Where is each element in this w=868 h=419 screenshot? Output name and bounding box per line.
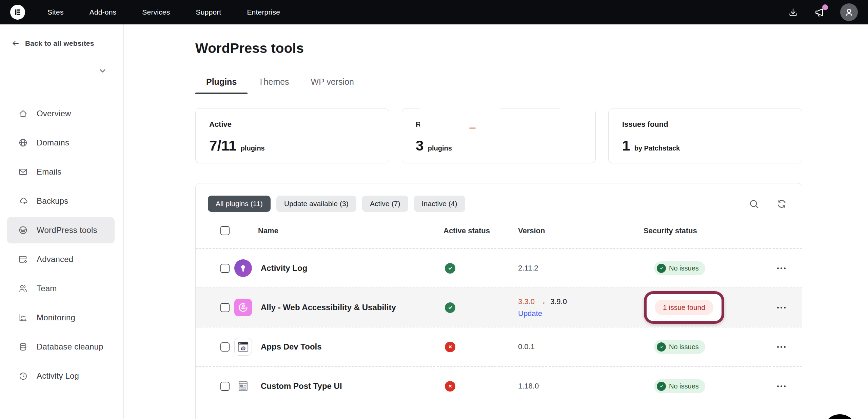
row-checkbox[interactable] [220,303,230,312]
stat-value: 3 [416,138,424,154]
tab-bar: Plugins Themes WP version [195,77,802,94]
topbar: Sites Add-ons Services Support Enterpris… [0,0,868,24]
back-to-all-websites-link[interactable]: Back to all websites [12,39,123,47]
table-row[interactable]: Apps Dev Tools0.0.1No issues [196,327,802,366]
plugin-icon-custom-post-type-ui [234,377,252,395]
mail-icon [18,167,28,177]
main-content: WordPress tools Plugins Themes WP versio… [124,24,868,419]
tab-plugins[interactable]: Plugins [195,77,248,94]
security-badge-no-issues: No issues [654,379,705,393]
server-gear-icon [18,255,28,264]
table-body: Activity Log2.11.2No issuesAlly - Web Ac… [196,248,802,405]
announcements-icon[interactable] [814,6,825,18]
tab-themes[interactable]: Themes [248,77,300,94]
tab-wp-version[interactable]: WP version [300,77,365,94]
nav-support[interactable]: Support [196,8,221,16]
security-badge-no-issues: No issues [654,261,705,275]
sidebar-item-backups[interactable]: Backups [7,188,115,214]
nav-enterprise[interactable]: Enterprise [247,8,280,16]
search-icon[interactable] [748,198,760,210]
column-security-status: Security status [644,226,761,235]
chevron-down-icon [98,66,107,75]
top-navigation: Sites Add-ons Services Support Enterpris… [47,8,280,16]
plugin-name: Activity Log [261,263,307,273]
sidebar-nav: Overview Domains Emails Backups WordPres… [0,100,123,389]
sidebar-item-monitoring[interactable]: Monitoring [7,304,115,331]
arrow-left-icon [12,39,20,47]
sidebar-item-team[interactable]: Team [7,275,115,302]
check-icon [657,342,666,352]
row-menu-button[interactable] [774,343,789,351]
row-menu-button[interactable] [774,264,789,273]
stat-cards: Active 7/11plugins Re 3plugins Issues fo… [195,108,802,163]
back-label: Back to all websites [25,39,94,47]
sidebar-item-emails[interactable]: Emails [7,159,115,185]
column-name: Name [230,226,443,235]
version-value: 2.11.2 [518,264,538,272]
version-value: 0.0.1 [518,342,535,351]
sidebar-item-wordpress-tools[interactable]: WordPress tools [7,217,115,243]
row-checkbox[interactable] [220,342,230,352]
filter-update-available[interactable]: Update available (3) [276,196,356,212]
globe-icon [18,138,28,147]
home-icon [18,109,28,118]
security-badge-issue: 1 issue found [655,300,713,315]
users-icon [18,284,28,293]
redaction-dash [469,127,476,129]
filter-active[interactable]: Active (7) [362,196,408,212]
nav-add-ons[interactable]: Add-ons [90,8,117,16]
stat-value: 7/11 [209,138,237,154]
download-icon[interactable] [787,6,799,18]
sidebar: Back to all websites Overview Domains Em… [0,24,124,419]
update-link[interactable]: Update [518,309,542,318]
elementor-logo-icon[interactable] [10,5,25,20]
row-menu-button[interactable] [774,382,789,391]
wordpress-icon [18,225,28,235]
redaction-overlay [420,107,500,140]
plugin-icon-apps-dev-tools [234,338,252,356]
filter-chips: All plugins (11) Update available (3) Ac… [208,196,465,212]
sidebar-item-database-cleanup[interactable]: Database cleanup [7,334,115,360]
sidebar-item-activity-log[interactable]: Activity Log [7,363,115,389]
site-selector[interactable] [0,57,123,84]
row-checkbox[interactable] [220,264,230,273]
nav-services[interactable]: Services [142,8,170,16]
history-icon [18,371,28,381]
plugin-icon-activity-log [234,259,252,277]
table-row[interactable]: Activity Log2.11.2No issues [196,248,802,287]
inactive-status-icon [445,381,455,392]
active-status-icon [445,302,455,313]
table-row[interactable]: Custom Post Type UI1.18.0No issues [196,366,802,405]
version-new: 3.9.0 [550,297,567,306]
version-current: 3.3.0 [518,297,535,306]
plugins-panel: All plugins (11) Update available (3) Ac… [195,183,802,419]
redaction-overlay [560,107,595,114]
filter-inactive[interactable]: Inactive (4) [414,196,465,212]
sidebar-item-advanced[interactable]: Advanced [7,246,115,273]
refresh-icon[interactable] [775,198,788,210]
sidebar-item-domains[interactable]: Domains [7,129,115,156]
stat-card-issues: Issues found 1by Patchstack [608,108,802,163]
filter-all-plugins[interactable]: All plugins (11) [208,196,271,212]
arrow-right-icon: → [539,297,546,306]
sidebar-item-overview[interactable]: Overview [7,100,115,127]
select-all-checkbox[interactable] [220,226,230,235]
table-row[interactable]: Ally - Web Accessibility & Usability3.3.… [196,287,802,327]
plugin-name: Apps Dev Tools [261,342,322,352]
issue-highlight-ring: 1 issue found [644,291,724,324]
table-header: Name Active status Version Security stat… [196,226,802,248]
row-menu-button[interactable] [774,303,789,312]
plugins-toolbar: All plugins (11) Update available (3) Ac… [196,183,802,212]
column-version: Version [518,226,644,235]
database-icon [18,342,28,352]
inactive-status-icon [445,342,455,352]
row-checkbox[interactable] [220,382,230,391]
cloud-sync-icon [18,196,28,206]
avatar[interactable] [840,3,858,21]
stat-value: 1 [622,138,630,154]
nav-sites[interactable]: Sites [47,8,64,16]
app-window: Sites Add-ons Services Support Enterpris… [0,0,868,419]
security-badge-no-issues: No issues [654,340,705,354]
plugin-name: Ally - Web Accessibility & Usability [261,303,396,312]
check-icon [657,264,666,273]
